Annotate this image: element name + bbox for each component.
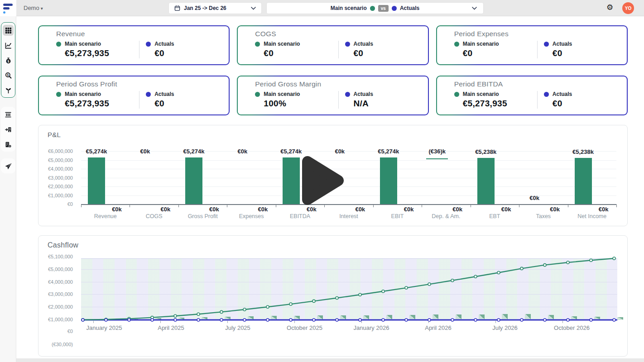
cashflow-actuals-marker <box>590 319 592 321</box>
sidebar-item-company-settings[interactable] <box>3 139 14 150</box>
video-play-overlay-icon[interactable] <box>299 154 346 207</box>
cashflow-actuals-marker <box>197 319 200 321</box>
kpi-right-half: ActualsN/A <box>338 91 428 109</box>
kpi-value: N/A <box>354 99 428 109</box>
cashflow-actuals-marker <box>105 319 107 321</box>
cashflow-actuals-marker <box>312 319 315 321</box>
seedling-icon <box>5 87 12 94</box>
kpi-series-label: Actuals <box>154 91 174 97</box>
logo-dot <box>3 11 5 14</box>
cashflow-actuals-marker <box>474 319 477 321</box>
kpi-value: €5,273,935 <box>65 48 139 58</box>
settings-gear-icon[interactable]: ⚙ <box>606 3 613 12</box>
kpi-series-label: Actuals <box>354 41 373 47</box>
pnl-main-value-label: €5,274k <box>370 148 407 155</box>
building-gear-icon <box>5 141 12 148</box>
date-range-selector[interactable]: Jan 25 -> Dec 26 <box>168 2 262 14</box>
cashflow-scenario-marker <box>451 279 454 282</box>
kpi-value: €0 <box>154 48 229 58</box>
cashflow-scenario-marker <box>197 313 200 315</box>
cashflow-scenario-marker <box>312 300 315 302</box>
cashflow-scenario-line <box>83 258 614 320</box>
kpi-series-label: Main scenario <box>65 91 101 97</box>
cashflow-actuals-marker <box>82 319 84 321</box>
date-range-value: Jan 25 -> Dec 26 <box>184 5 226 11</box>
kpi-series-label: Main scenario <box>463 91 499 97</box>
kpi-right-half: Actuals€0 <box>139 91 229 109</box>
pnl-ytick: €0 <box>40 201 73 207</box>
calendar-icon <box>174 5 180 11</box>
money-bag-icon: $ <box>5 57 12 64</box>
pnl-main-value-label: €0k <box>516 195 553 201</box>
cashflow-scenario-marker <box>382 290 384 293</box>
kpi-value: €0 <box>154 99 229 109</box>
pnl-xtick <box>373 205 374 207</box>
kpi-series-label: Main scenario <box>264 91 300 97</box>
pnl-actuals-value-label: €0k <box>346 206 374 213</box>
cashflow-actuals-marker <box>543 319 546 321</box>
sidebar-group-share <box>1 158 15 173</box>
sidebar-item-revenues[interactable]: $ <box>3 55 14 66</box>
cashflow-xtick <box>361 321 362 323</box>
pnl-category-label: EBITDA <box>276 213 324 219</box>
kpi-series-label: Actuals <box>354 91 373 97</box>
cashflow-xlabel: July 2026 <box>473 324 537 331</box>
cashflow-xtick <box>227 321 228 323</box>
sidebar-item-charts[interactable] <box>3 40 14 51</box>
chart-line-icon <box>5 42 12 49</box>
arrow-to-building-icon <box>5 126 12 133</box>
pnl-category-label: COGS <box>130 213 178 219</box>
pnl-xtick <box>422 205 422 207</box>
app-logo[interactable] <box>0 0 16 16</box>
cashflow-actuals-marker <box>382 319 384 321</box>
sidebar-item-onboarding[interactable] <box>3 124 14 135</box>
sidebar-item-costs[interactable]: $ <box>3 70 14 81</box>
pnl-ytick: €4,000,000 <box>40 166 73 171</box>
pnl-category-label: Gross Profit <box>178 213 227 219</box>
kpi-value: €5,273,935 <box>463 99 537 109</box>
pnl-main-value-label: €5,274k <box>78 148 115 155</box>
cashflow-actuals-marker <box>243 319 246 321</box>
pnl-category-label: Expenses <box>227 213 275 219</box>
kpi-left-half: Main scenario€0 <box>437 41 537 58</box>
dashboard-grid-icon <box>5 27 12 34</box>
sidebar-item-share[interactable] <box>3 161 14 171</box>
kpi-left-half: Main scenario€5,273,935 <box>437 91 537 109</box>
kpi-card-title: Period EBITDA <box>454 80 627 88</box>
cashflow-xlabel: July 2025 <box>206 324 269 331</box>
pnl-main-value-label: €5,238k <box>565 148 601 155</box>
kpi-value: €0 <box>463 48 537 58</box>
kpi-right-half: Actuals€0 <box>139 41 229 58</box>
kpi-card-title: Revenue <box>56 30 229 38</box>
kpi-series-label: Main scenario <box>264 41 300 47</box>
sidebar-item-growth[interactable] <box>3 85 14 95</box>
pnl-main-value-label: €5,274k <box>273 148 309 155</box>
pnl-xtick <box>130 205 130 207</box>
pnl-category-label: Revenue <box>81 213 130 219</box>
pnl-bar-main <box>575 158 592 204</box>
kpi-right-half: Actuals€0 <box>338 41 428 58</box>
pnl-main-value-label: €5,238k <box>468 148 504 155</box>
workspace-selector[interactable]: Demo▾ <box>24 5 43 11</box>
kpi-left-half: Main scenario100% <box>238 91 338 109</box>
kpi-card: Period ExpensesMain scenario€0Actuals€0 <box>436 25 628 65</box>
scenario-primary-label: Main scenario <box>331 5 367 11</box>
pnl-category-label: Interest <box>324 213 373 219</box>
user-avatar[interactable]: YO <box>622 2 634 14</box>
cashflow-scenario-marker <box>174 314 177 317</box>
pnl-xtick <box>568 205 568 207</box>
pnl-category-label: Taxes <box>519 213 567 219</box>
kpi-value: €0 <box>553 48 627 58</box>
kpi-value: €0 <box>264 48 338 58</box>
kpi-card-title: Period Expenses <box>454 30 627 38</box>
cashflow-xlabel: April 2026 <box>407 324 470 331</box>
cashflow-xtick <box>495 321 496 323</box>
cashflow-xlabel: January 2026 <box>340 324 403 331</box>
sidebar-item-dashboard[interactable] <box>3 25 14 36</box>
cashflow-actuals-marker <box>289 319 292 321</box>
scenario-compare-selector[interactable]: Main scenario vs Actuals <box>266 2 484 14</box>
pnl-main-value-label: €0k <box>224 148 260 155</box>
cashflow-scenario-marker <box>359 293 361 296</box>
cashflow-xtick <box>562 321 563 323</box>
sidebar-item-team[interactable] <box>3 109 14 120</box>
